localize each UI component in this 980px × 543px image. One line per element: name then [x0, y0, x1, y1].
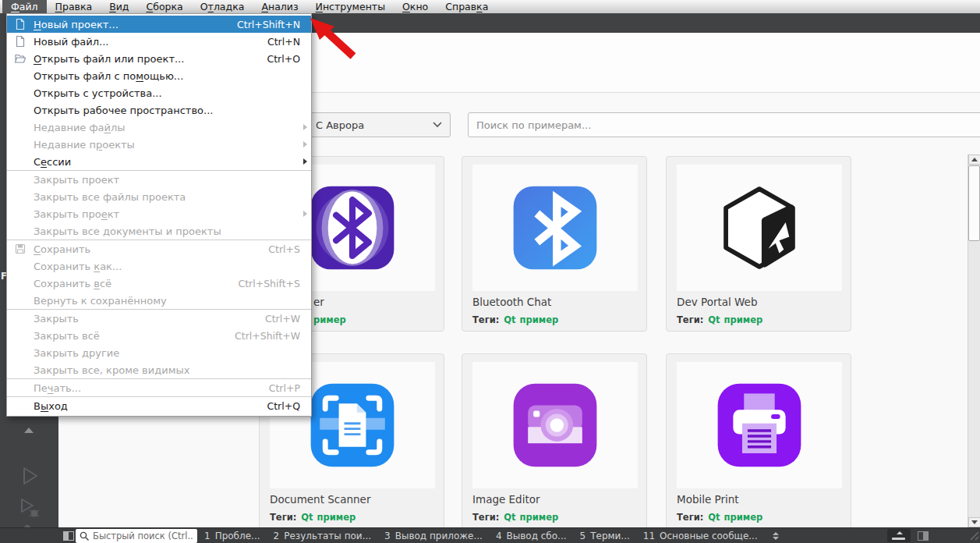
modebar-scroll-up-icon[interactable] [24, 428, 34, 433]
tab-application-output[interactable]: 3Вывод приложе... [384, 531, 483, 541]
tag-example[interactable]: пример [520, 314, 559, 325]
tab-search-results[interactable]: 2Результаты пои... [274, 531, 372, 541]
example-thumbnail [677, 165, 842, 291]
shortcut: Ctrl+Shift+W [211, 330, 300, 342]
menubar-item-window[interactable]: Окно [394, 0, 437, 13]
menu-item-print[interactable]: Печать... Ctrl+P [7, 379, 311, 396]
menu-item-new-project[interactable]: Новый проект... Ctrl+Shift+N [7, 16, 311, 33]
menubar-item-edit[interactable]: Правка [47, 0, 101, 13]
menu-item-close[interactable]: Закрыть Ctrl+W [7, 310, 311, 327]
submenu-arrow-icon [303, 211, 307, 217]
shortcut: Ctrl+Shift+N [214, 19, 300, 30]
scroll-up-button[interactable] [968, 154, 980, 165]
example-thumbnail [472, 362, 638, 488]
menu-item-save[interactable]: Сохранить Ctrl+S [7, 240, 311, 257]
menu-item-open-file-with[interactable]: Открыть файл с помощью... [7, 67, 311, 84]
example-tags: Теги:Qtпример [677, 512, 766, 523]
menu-item-close-project-submenu[interactable]: Закрыть проект [7, 205, 311, 222]
example-card-image-editor[interactable]: Image Editor Теги:Qtпример [462, 353, 647, 529]
example-title: Mobile Print [677, 493, 739, 506]
submenu-arrow-icon [303, 141, 307, 147]
example-title: Dev Portal Web [677, 296, 758, 308]
tab-problems[interactable]: 1Пробле... [204, 531, 260, 541]
menubar-item-tools[interactable]: Инструменты [307, 0, 394, 13]
example-card-mobile-print[interactable]: Mobile Print Теги:Qtпример [666, 353, 851, 529]
menubar-item-debug[interactable]: Отладка [192, 0, 253, 13]
tag-qt[interactable]: Qt [301, 512, 313, 523]
shortcut: Ctrl+P [246, 382, 300, 394]
scrollbar-thumb[interactable] [968, 165, 980, 241]
tag-fragment[interactable]: ример [313, 314, 346, 325]
toggle-output-pane-button[interactable] [887, 529, 911, 542]
window-resize-grip[interactable] [969, 531, 979, 541]
tab-compile-output[interactable]: 4Вывод сбо... [496, 531, 567, 541]
bluetooth-chat-app-icon [510, 183, 600, 273]
tag-example[interactable]: пример [520, 512, 559, 523]
quick-search-field[interactable] [76, 529, 197, 543]
menu-item-sessions[interactable]: Сессии [7, 153, 311, 170]
menu-item-close-all[interactable]: Закрыть всё Ctrl+Shift+W [7, 327, 311, 344]
menu-item-save-all[interactable]: Сохранить всё Ctrl+Shift+S [7, 275, 311, 292]
menu-item-close-project[interactable]: Закрыть проект [7, 171, 311, 188]
tab-general-messages[interactable]: 11Основные сообще... [643, 531, 758, 541]
toggle-right-sidebar-icon[interactable] [918, 531, 929, 541]
example-card-bluetooth-chat[interactable]: Bluetooth Chat Теги:Qtпример [462, 156, 647, 332]
example-tags: Теги:Qtпример [270, 512, 359, 523]
pane-selector-arrows-icon[interactable] [773, 532, 779, 540]
status-bar: 1Пробле... 2Результаты пои... 3Вывод при… [0, 527, 980, 543]
pane-bar-icon [892, 538, 905, 540]
debug-run-icon[interactable] [16, 495, 44, 522]
run-icon[interactable] [17, 464, 41, 488]
pane-fill [64, 532, 69, 540]
menu-item-recent-projects[interactable]: Недавние проекты [7, 136, 311, 153]
file-menu-popup: Новый проект... Ctrl+Shift+N Новый файл.… [6, 13, 312, 417]
example-title: er [313, 296, 324, 308]
vertical-scrollbar[interactable] [968, 154, 980, 527]
open-folder-icon [14, 52, 27, 65]
tags-label: Теги: [472, 512, 499, 523]
menu-item-open-workspace[interactable]: Открыть рабочее пространство... [7, 101, 311, 119]
menu-item-new-file[interactable]: Новый файл... Ctrl+N [7, 33, 311, 50]
menu-item-revert-to-saved[interactable]: Вернуть к сохранённому [7, 292, 311, 309]
menubar-item-analyze[interactable]: Анализ [253, 0, 306, 13]
tag-qt[interactable]: Qt [504, 512, 515, 523]
example-title: Document Scanner [270, 493, 370, 506]
menu-item-save-as[interactable]: Сохранить как... [7, 257, 311, 275]
menu-item-exit[interactable]: Выход Ctrl+Q [7, 397, 311, 414]
tag-qt[interactable]: Qt [708, 512, 720, 523]
menu-item-close-all-project-files[interactable]: Закрыть все файлы проекта [7, 188, 311, 205]
tag-qt[interactable]: Qt [504, 314, 515, 325]
tab-terminal[interactable]: 5Терми... [580, 531, 630, 541]
example-title: Image Editor [472, 493, 540, 506]
tag-example[interactable]: пример [724, 314, 763, 325]
example-tags: Теги:Qtпример [677, 314, 766, 325]
tag-example[interactable]: пример [724, 512, 763, 523]
menu-item-close-all-documents-and-projects[interactable]: Закрыть все документы и проекты [7, 222, 311, 240]
menu-item-recent-files[interactable]: Недавние файлы [7, 119, 311, 136]
menubar-item-build[interactable]: Сборка [137, 0, 191, 13]
triangle-down-icon [971, 520, 978, 524]
scroll-down-button[interactable] [968, 517, 980, 527]
example-card-dev-portal-web[interactable]: Dev Portal Web Теги:Qtпример [666, 156, 851, 332]
quick-search-input[interactable] [93, 529, 194, 542]
target-filter-dropdown[interactable]: С Аврора [310, 112, 451, 137]
submenu-arrow-icon [303, 158, 307, 165]
tags-label: Теги: [677, 314, 703, 325]
menubar-item-help[interactable]: Справка [437, 0, 497, 13]
example-tags: Теги:Qtпример [472, 314, 562, 325]
menu-item-open-file-or-project[interactable]: Открыть файл или проект... Ctrl+O [7, 50, 311, 67]
image-editor-app-icon [510, 380, 600, 470]
examples-search-field[interactable] [468, 112, 980, 137]
menubar-item-file[interactable]: Файл [2, 0, 47, 13]
examples-search-input[interactable] [476, 113, 980, 137]
menubar-item-view[interactable]: Вид [101, 0, 137, 13]
menu-item-open-from-device[interactable]: Открыть с устройства... [7, 84, 311, 101]
menu-item-close-all-but-visible[interactable]: Закрыть все, кроме видимых [7, 361, 311, 378]
tag-example[interactable]: пример [317, 512, 356, 523]
menu-item-close-others[interactable]: Закрыть другие [7, 344, 311, 361]
dev-portal-app-icon [714, 183, 805, 273]
toggle-left-sidebar-icon[interactable] [63, 531, 74, 541]
menubar: Файл Правка Вид Сборка Отладка Анализ Ин… [0, 0, 980, 13]
tag-qt[interactable]: Qt [708, 314, 720, 325]
tags-label: Теги: [472, 314, 499, 325]
